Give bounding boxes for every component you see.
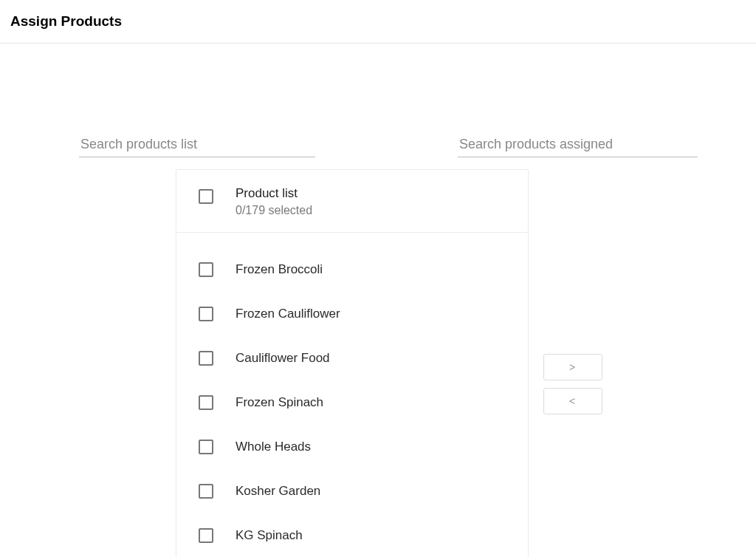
product-list-body[interactable]: Frozen BroccoliFrozen CauliflowerCaulifl…: [176, 233, 528, 557]
item-label: Frozen Broccoli: [236, 262, 323, 277]
item-label: Kosher Garden: [236, 484, 320, 499]
item-checkbox[interactable]: [199, 395, 213, 410]
product-list-selected-count: 0/179 selected: [236, 202, 312, 219]
content-area: Product list 0/179 selected Frozen Brocc…: [0, 44, 756, 85]
item-checkbox[interactable]: [199, 262, 213, 277]
item-checkbox[interactable]: [199, 351, 213, 366]
unassign-button[interactable]: <: [543, 388, 602, 414]
list-item[interactable]: KG Spinach: [176, 513, 528, 557]
product-list-header-text: Product list 0/179 selected: [236, 185, 312, 219]
list-item[interactable]: Frozen Cauliflower: [176, 292, 528, 336]
product-list-title: Product list: [236, 185, 312, 202]
item-label: Frozen Cauliflower: [236, 307, 340, 321]
item-label: Whole Heads: [236, 440, 311, 454]
assign-button[interactable]: >: [543, 354, 602, 380]
transfer-buttons: > <: [543, 354, 602, 414]
product-list-panel: Product list 0/179 selected Frozen Brocc…: [176, 169, 529, 557]
list-item[interactable]: Whole Heads: [176, 425, 528, 469]
page-title: Assign Products: [10, 13, 122, 29]
list-item[interactable]: Cauliflower Food: [176, 336, 528, 380]
item-label: Frozen Spinach: [236, 395, 323, 410]
search-products-assigned-input[interactable]: [458, 132, 698, 157]
item-checkbox[interactable]: [199, 484, 213, 499]
item-checkbox[interactable]: [199, 528, 213, 543]
chevron-right-icon: >: [569, 361, 577, 373]
list-item[interactable]: Frozen Spinach: [176, 380, 528, 425]
item-checkbox[interactable]: [199, 307, 213, 321]
page-header: Assign Products: [0, 0, 756, 44]
select-all-checkbox[interactable]: [199, 189, 213, 204]
item-label: KG Spinach: [236, 528, 303, 543]
item-label: Cauliflower Food: [236, 351, 330, 366]
list-item[interactable]: Frozen Broccoli: [176, 247, 528, 292]
search-products-list-input[interactable]: [79, 132, 315, 157]
chevron-left-icon: <: [569, 395, 577, 407]
product-list-header: Product list 0/179 selected: [176, 170, 528, 233]
list-item[interactable]: Kosher Garden: [176, 469, 528, 513]
item-checkbox[interactable]: [199, 440, 213, 454]
